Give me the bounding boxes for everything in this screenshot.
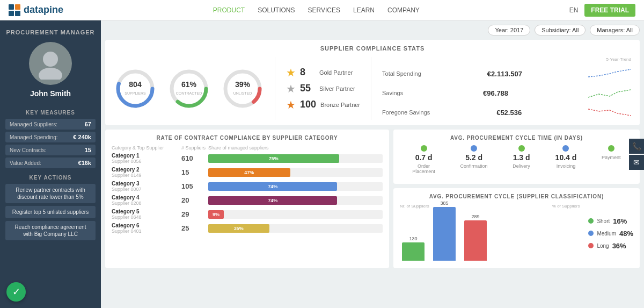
table-row: Category 3Supplier 0007 105 74%: [112, 181, 383, 192]
bar-container-0: 75%: [208, 154, 383, 163]
supplier-class-legend: Short 16% Medium 48% Long: [584, 204, 633, 263]
gauge-contracted: 61% CONTRACTED: [167, 67, 210, 110]
user-name: John Smith: [30, 89, 71, 98]
metric-label-3: Value Added:: [10, 160, 41, 166]
stats-spending: 5-Year-Trend Total Spending €2.113.507 S…: [371, 57, 631, 120]
gauge-unlisted: 39% UNLISTED: [221, 67, 264, 110]
trend-total-chart: [588, 66, 631, 81]
y-label: Nr. of Suppliers: [400, 204, 429, 209]
cycle-label-payment: Payment: [602, 155, 621, 160]
nav-solutions[interactable]: SOLUTIONS: [258, 6, 295, 14]
filter-managers[interactable]: Managers: All: [590, 25, 640, 35]
cat-sup-0: Supplier 0056: [112, 159, 181, 164]
trend-label: 5-Year-Trend: [382, 57, 631, 62]
bar-short: 130: [402, 236, 425, 261]
bar-long: 289: [464, 214, 487, 261]
trend-foregone-chart: [588, 105, 631, 120]
cycle-time-title: AVG. PROCUREMENT CYCLE TIME (IN DAYS): [400, 135, 633, 141]
action-button-2[interactable]: Reach compliance agreement with Big Comp…: [5, 221, 96, 240]
email-button[interactable]: ✉: [629, 155, 644, 170]
legend-dot-long: [588, 243, 594, 248]
svg-text:CONTRACTED: CONTRACTED: [176, 91, 202, 95]
logo-text: datapine: [24, 4, 63, 16]
bar-container-2: 74%: [208, 182, 383, 191]
navbar-right: EN FREE TRIAL: [569, 4, 635, 17]
compliance-category-title: RATE OF CONTRACT COMPLIANCE BY SUPPLIER …: [112, 135, 383, 141]
cat-count-5: 25: [181, 224, 208, 232]
bar-container-5: 35%: [208, 224, 383, 233]
table-row: Category 4Supplier 0208 20 74%: [112, 195, 383, 206]
svg-point-0: [43, 52, 58, 67]
cat-count-0: 610: [181, 154, 208, 162]
legend-pct-long: 36%: [612, 242, 626, 250]
logo[interactable]: datapine: [9, 4, 63, 16]
bar-rect-2: [464, 220, 487, 261]
svg-text:39%: 39%: [235, 80, 251, 89]
filter-year[interactable]: Year: 2017: [488, 25, 530, 35]
cat-sup-3: Supplier 0208: [112, 200, 181, 206]
table-row: Category 1Supplier 0056 610 75%: [112, 153, 383, 164]
metric-value-added: Value Added: €16k: [5, 157, 96, 168]
cycle-dot-delivery: [518, 145, 525, 152]
side-buttons: 📞 ✉: [629, 139, 644, 170]
stats-inner: 804 SUPPLIERS 61% CONTRACTED: [114, 57, 631, 120]
lang-button[interactable]: EN: [569, 6, 579, 14]
table-row: Category 5Supplier 0648 29 9%: [112, 209, 383, 220]
spending-total-value: €2.113.507: [487, 70, 522, 78]
nav-links: PRODUCT SOLUTIONS SERVICES LEARN COMPANY: [213, 6, 420, 14]
metric-new-contracts: New Contracts: 15: [5, 145, 96, 155]
cycle-time-items: 0.7 d OrderPlacement 5.2 d Confirmation …: [400, 145, 633, 174]
gauge-suppliers-svg: 804 SUPPLIERS: [114, 67, 157, 110]
right-charts: AVG. PROCUREMENT CYCLE TIME (IN DAYS) 0.…: [393, 130, 640, 268]
cycle-invoicing: 10.4 d Invoicing: [555, 145, 577, 169]
action-button-0[interactable]: Renew partner contracts with discount ra…: [5, 184, 96, 203]
cycle-val-delivery: 1.3 d: [513, 153, 530, 162]
legend-short: Short 16%: [588, 217, 627, 225]
spending-total-label: Total Spending: [382, 70, 421, 77]
phone-button[interactable]: 📞: [629, 139, 644, 154]
security-badge: ✓: [6, 282, 26, 302]
metric-value-3: €16k: [78, 160, 91, 166]
cat-sup-5: Supplier 0401: [112, 228, 181, 234]
metric-managed-spending: Managed Spending: € 240k: [5, 132, 96, 142]
bar-chart-wrapper: Nr. of Suppliers % of Suppliers 130 385: [400, 204, 580, 263]
navbar: datapine PRODUCT SOLUTIONS SERVICES LEAR…: [0, 0, 644, 20]
partner-silver: ★ 55 Silver Partner: [286, 82, 360, 95]
bar-container-4: 9%: [208, 210, 383, 219]
cycle-delivery: 1.3 d Delivery: [513, 145, 530, 169]
cat-name-4: Category 5: [112, 209, 181, 214]
cat-name-1: Category 2: [112, 167, 181, 173]
filter-subsidiary[interactable]: Subsidiary: All: [535, 25, 586, 35]
free-trial-button[interactable]: FREE TRIAL: [584, 4, 635, 17]
table-row: Category 6Supplier 0401 25 35%: [112, 223, 383, 234]
cycle-dot-payment: [608, 145, 614, 152]
nav-learn[interactable]: LEARN: [353, 6, 375, 14]
key-measures-title: KEY MEASURES: [5, 110, 96, 116]
legend-dot-medium: [588, 231, 594, 236]
y-label2: % of Suppliers: [552, 204, 580, 209]
legend-label-short: Short: [597, 218, 610, 224]
bar-medium: 385: [433, 200, 456, 261]
spending-foregone-value: €52.536: [496, 109, 522, 117]
nav-product[interactable]: PRODUCT: [213, 6, 245, 14]
nav-company[interactable]: COMPANY: [387, 6, 420, 14]
cycle-dot-order: [421, 145, 427, 152]
action-button-1[interactable]: Register top 5 unlisted suppliers: [5, 206, 96, 218]
metric-label-2: New Contracts:: [10, 147, 46, 153]
spending-savings-label: Savings: [382, 90, 403, 96]
trend-savings-chart: [588, 85, 631, 101]
key-actions-section: KEY ACTIONS Renew partner contracts with…: [5, 170, 96, 243]
main-content: Year: 2017 Subsidiary: All Managers: All…: [101, 20, 644, 308]
gold-count: 8: [300, 67, 315, 78]
nav-services[interactable]: SERVICES: [308, 6, 340, 14]
sidebar: PROCUREMENT MANAGER John Smith KEY MEASU…: [0, 20, 101, 308]
legend-pct-short: 16%: [613, 217, 627, 225]
legend-label-long: Long: [597, 243, 609, 249]
svg-text:61%: 61%: [181, 80, 197, 89]
supplier-class-inner: Nr. of Suppliers % of Suppliers 130 385: [400, 204, 633, 263]
table-row: Category 2Supplier 0149 15 47%: [112, 167, 383, 178]
key-measures-section: KEY MEASURES Managed Suppliers: 67 Manag…: [5, 105, 96, 170]
bronze-count: 100: [300, 99, 316, 110]
key-actions-title: KEY ACTIONS: [5, 175, 96, 181]
svg-text:804: 804: [129, 80, 142, 89]
